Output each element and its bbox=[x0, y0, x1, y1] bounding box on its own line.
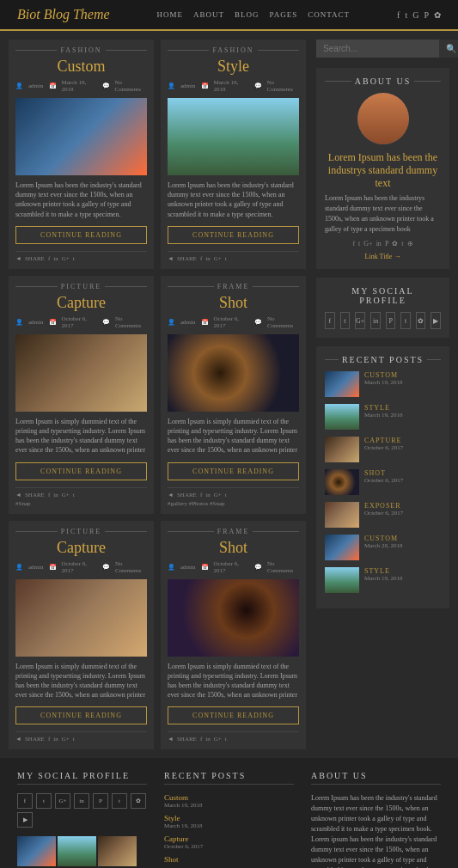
youtube-footer-icon[interactable]: ▶ bbox=[17, 812, 33, 828]
gplus-share[interactable]: G+ bbox=[62, 492, 70, 498]
nav-about[interactable]: ABOUT bbox=[193, 10, 224, 19]
twitter-share[interactable]: t bbox=[225, 492, 227, 498]
linkedin-footer-icon[interactable]: in bbox=[74, 793, 89, 809]
google-icon[interactable]: G bbox=[412, 10, 418, 20]
footer-image-gallery bbox=[17, 836, 147, 868]
nav-blog[interactable]: BLOG bbox=[235, 10, 260, 19]
twitter-icon[interactable]: t bbox=[405, 10, 407, 20]
linkedin-share[interactable]: in bbox=[53, 492, 58, 498]
tumblr-footer-icon[interactable]: t bbox=[112, 793, 127, 809]
post-image bbox=[15, 98, 147, 175]
fb-share[interactable]: f bbox=[48, 255, 50, 262]
linkedin-share[interactable]: in bbox=[205, 492, 210, 498]
instagram-icon[interactable]: ✿ bbox=[434, 10, 441, 20]
continue-reading-button[interactable]: CONTINUE READING bbox=[168, 226, 299, 244]
pinterest-icon[interactable]: P bbox=[424, 10, 429, 20]
search-button[interactable]: 🔍 bbox=[439, 40, 458, 58]
linkedin-share[interactable]: in bbox=[53, 255, 58, 262]
post-title[interactable]: Capture bbox=[15, 539, 147, 557]
date-icon: 📅 bbox=[201, 560, 209, 574]
footer-about-widget: ABOUT US Lorem Ipsum has been the indust… bbox=[311, 771, 441, 868]
author-icon: 👤 bbox=[168, 315, 175, 329]
twitter-share[interactable]: t bbox=[225, 736, 227, 743]
pinterest-icon[interactable]: P bbox=[385, 240, 388, 248]
fb-share[interactable]: f bbox=[48, 492, 50, 498]
fr-title[interactable]: Style bbox=[164, 814, 294, 822]
continue-reading-button[interactable]: CONTINUE READING bbox=[15, 462, 147, 480]
tumblr-icon[interactable]: t bbox=[401, 240, 403, 248]
gplus-footer-icon[interactable]: G+ bbox=[55, 793, 70, 809]
fr-title[interactable]: Custom bbox=[164, 793, 294, 802]
share-label: SHARE bbox=[177, 492, 197, 498]
tumblr-social-icon[interactable]: t bbox=[400, 312, 411, 329]
post-title[interactable]: Style bbox=[168, 58, 299, 76]
rss-icon[interactable]: ⊕ bbox=[407, 240, 413, 248]
rp-title[interactable]: STYLE bbox=[364, 567, 403, 575]
linkedin-icon[interactable]: in bbox=[376, 240, 382, 248]
post-category: PICTURE bbox=[15, 283, 147, 290]
post-title[interactable]: Shot bbox=[168, 294, 299, 312]
rp-title[interactable]: SHOT bbox=[364, 469, 403, 477]
share-label: SHARE bbox=[25, 736, 45, 743]
rp-title[interactable]: CUSTOM bbox=[364, 535, 403, 542]
twitter-footer-icon[interactable]: t bbox=[36, 793, 52, 809]
rp-title[interactable]: CAPTURE bbox=[364, 437, 403, 444]
post-excerpt: Lorem Ipsum has been the industry's stan… bbox=[15, 180, 147, 219]
fr-title[interactable]: Capture bbox=[164, 834, 294, 843]
date-icon: 📅 bbox=[49, 315, 57, 329]
instagram-social-icon[interactable]: ✿ bbox=[416, 312, 426, 329]
rp-title[interactable]: CUSTOM bbox=[364, 371, 403, 379]
search-input[interactable] bbox=[316, 40, 439, 58]
rp-date: March 19, 2018 bbox=[364, 412, 403, 419]
continue-reading-button[interactable]: CONTINUE READING bbox=[15, 706, 147, 724]
nav-home[interactable]: HOME bbox=[157, 10, 184, 19]
author-name: admin bbox=[180, 79, 196, 93]
twitter-share[interactable]: t bbox=[73, 492, 75, 498]
gplus-social-icon[interactable]: G+ bbox=[355, 312, 365, 329]
twitter-share[interactable]: t bbox=[73, 255, 75, 262]
fb-footer-icon[interactable]: f bbox=[17, 793, 33, 809]
fb-social-icon[interactable]: f bbox=[325, 312, 335, 329]
continue-reading-button[interactable]: CONTINUE READING bbox=[168, 706, 299, 724]
post-meta: 👤 admin 📅 October 6, 2017 💬 No Comments bbox=[168, 560, 299, 574]
twitter-social-icon[interactable]: t bbox=[340, 312, 351, 329]
linkedin-social-icon[interactable]: in bbox=[370, 312, 381, 329]
twitter-icon[interactable]: t bbox=[358, 240, 360, 248]
fb-share[interactable]: f bbox=[200, 492, 202, 498]
rp-title[interactable]: STYLE bbox=[364, 404, 403, 412]
gplus-icon[interactable]: G+ bbox=[363, 240, 372, 248]
twitter-share[interactable]: t bbox=[225, 255, 227, 262]
instagram-footer-icon[interactable]: ✿ bbox=[131, 793, 146, 809]
pinterest-footer-icon[interactable]: P bbox=[93, 793, 108, 809]
gplus-share[interactable]: G+ bbox=[214, 255, 222, 262]
youtube-social-icon[interactable]: ▶ bbox=[431, 312, 441, 329]
linkedin-share[interactable]: in bbox=[205, 736, 210, 743]
instagram-icon[interactable]: ✿ bbox=[392, 240, 398, 248]
gplus-share[interactable]: G+ bbox=[214, 492, 222, 498]
fr-title[interactable]: Shot bbox=[164, 855, 294, 864]
fb-share[interactable]: f bbox=[200, 255, 202, 262]
facebook-icon[interactable]: f bbox=[397, 10, 400, 20]
nav-contact[interactable]: CONTACT bbox=[308, 10, 350, 19]
site-logo[interactable]: Biot Blog Theme bbox=[17, 7, 110, 22]
linkedin-share[interactable]: in bbox=[53, 736, 58, 743]
share-icon: ◄ bbox=[168, 736, 174, 743]
gplus-share[interactable]: G+ bbox=[62, 736, 70, 743]
fr-date: October 6, 2017 bbox=[164, 843, 294, 850]
post-title[interactable]: Capture bbox=[15, 294, 147, 312]
fb-icon[interactable]: f bbox=[352, 240, 355, 248]
gplus-share[interactable]: G+ bbox=[62, 255, 70, 262]
about-link[interactable]: Link Title → bbox=[325, 253, 441, 260]
fb-share[interactable]: f bbox=[48, 736, 50, 743]
linkedin-share[interactable]: in bbox=[205, 255, 210, 262]
pinterest-social-icon[interactable]: P bbox=[386, 312, 396, 329]
gplus-share[interactable]: G+ bbox=[214, 736, 222, 743]
nav-pages[interactable]: PAGES bbox=[270, 10, 298, 19]
continue-reading-button[interactable]: CONTINUE READING bbox=[168, 462, 299, 480]
fb-share[interactable]: f bbox=[200, 736, 202, 743]
twitter-share[interactable]: t bbox=[73, 736, 75, 743]
rp-title[interactable]: EXPOSER bbox=[364, 502, 403, 510]
post-title[interactable]: Shot bbox=[168, 539, 299, 557]
continue-reading-button[interactable]: CONTINUE READING bbox=[15, 226, 147, 244]
post-title[interactable]: Custom bbox=[15, 58, 147, 76]
